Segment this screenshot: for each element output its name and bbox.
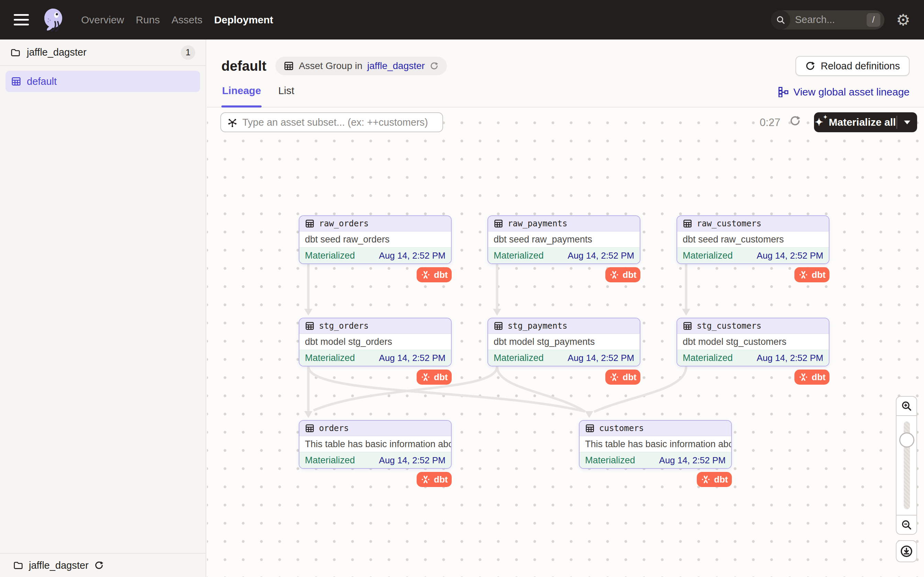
- table-icon: [683, 219, 692, 228]
- top-nav: Overview Runs Assets Deployment / ⚙: [0, 0, 924, 40]
- zoom-out-icon: [901, 519, 912, 530]
- refresh-icon: [805, 61, 816, 71]
- asset-node-raw-orders[interactable]: raw_orders dbt seed raw_orders Materiali…: [299, 215, 452, 264]
- asset-node-stg-payments[interactable]: stg_payments dbt model stg_payments Mate…: [488, 318, 640, 366]
- code-location-label: jaffle_dagster: [29, 560, 89, 571]
- zoom-in-button[interactable]: [896, 396, 917, 416]
- asset-node-customers[interactable]: customers This table has basic informati…: [579, 420, 732, 469]
- dbt-logo-icon: [798, 269, 809, 280]
- sidebar-item-default[interactable]: default: [5, 71, 200, 92]
- materialization-timestamp[interactable]: Aug 14, 2:52 PM: [659, 455, 726, 466]
- refresh-icon[interactable]: [430, 61, 439, 70]
- search-shortcut-badge: /: [867, 13, 880, 27]
- table-icon: [305, 219, 315, 228]
- asset-name: stg_customers: [697, 321, 761, 331]
- table-icon: [305, 424, 315, 433]
- dbt-badge[interactable]: dbt: [605, 369, 640, 385]
- status-badge: Materialized: [305, 455, 355, 466]
- asset-node-stg-customers[interactable]: stg_customers dbt model stg_customers Ma…: [677, 318, 829, 366]
- dbt-logo-icon: [420, 372, 431, 382]
- nav-item-assets[interactable]: Assets: [171, 14, 202, 26]
- page-header: default Asset Group in jaffle_dagster Re…: [207, 40, 924, 81]
- asset-name: stg_payments: [508, 321, 567, 331]
- dbt-badge[interactable]: dbt: [417, 472, 452, 487]
- asset-name: raw_payments: [508, 219, 567, 228]
- nav-item-deployment[interactable]: Deployment: [214, 14, 273, 26]
- zoom-slider-handle[interactable]: [899, 432, 914, 448]
- status-badge: Materialized: [494, 353, 544, 363]
- asset-description: dbt model stg_payments: [488, 334, 640, 350]
- table-icon: [585, 424, 595, 433]
- materialization-timestamp[interactable]: Aug 14, 2:52 PM: [379, 455, 446, 466]
- nav-links: Overview Runs Assets Deployment: [81, 14, 273, 26]
- search-icon: [771, 10, 790, 29]
- materialization-timestamp[interactable]: Aug 14, 2:52 PM: [757, 353, 823, 363]
- asset-description: This table has basic information about .…: [580, 436, 731, 452]
- gear-icon[interactable]: ⚙: [896, 12, 910, 28]
- dbt-logo-icon: [798, 372, 809, 382]
- asset-node-orders[interactable]: orders This table has basic information …: [299, 420, 452, 469]
- status-badge: Materialized: [683, 353, 733, 363]
- asset-description: dbt model stg_customers: [677, 334, 829, 350]
- materialization-timestamp[interactable]: Aug 14, 2:52 PM: [379, 250, 446, 261]
- asset-group-prefix: Asset Group in: [299, 60, 362, 71]
- zoom-out-button[interactable]: [896, 515, 917, 535]
- asset-node-stg-orders[interactable]: stg_orders dbt model stg_orders Material…: [299, 318, 452, 366]
- materialization-timestamp[interactable]: Aug 14, 2:52 PM: [567, 250, 634, 261]
- reload-definitions-button[interactable]: Reload definitions: [795, 56, 909, 76]
- folder-icon: [13, 560, 23, 571]
- tab-list[interactable]: List: [278, 85, 295, 107]
- table-icon: [683, 321, 692, 331]
- table-icon: [284, 61, 294, 71]
- asset-name: customers: [599, 424, 644, 433]
- zoom-controls: [896, 396, 917, 562]
- dbt-badge[interactable]: dbt: [605, 267, 640, 282]
- asset-group-link[interactable]: jaffle_dagster: [367, 60, 425, 71]
- asset-name: stg_orders: [319, 321, 369, 331]
- tab-bar: Lineage List View global asset lineage: [207, 81, 924, 108]
- nav-item-runs[interactable]: Runs: [136, 14, 160, 26]
- table-icon: [494, 219, 503, 228]
- sidebar-footer: jaffle_dagster: [0, 553, 205, 577]
- asset-description: This table has basic information about .…: [299, 436, 451, 452]
- tab-lineage[interactable]: Lineage: [221, 85, 262, 107]
- menu-icon[interactable]: [14, 14, 29, 26]
- table-icon: [494, 321, 503, 331]
- dbt-logo-icon: [609, 372, 619, 382]
- refresh-icon[interactable]: [94, 561, 104, 570]
- dbt-badge[interactable]: dbt: [795, 267, 829, 282]
- status-badge: Materialized: [305, 250, 355, 261]
- dbt-badge[interactable]: dbt: [417, 267, 452, 282]
- zoom-in-icon: [901, 400, 912, 412]
- asset-description: dbt seed raw_customers: [677, 232, 829, 247]
- dagster-logo-icon[interactable]: [43, 8, 65, 32]
- dbt-badge[interactable]: dbt: [417, 369, 452, 385]
- sidebar-group-jaffle-dagster[interactable]: jaffle_dagster 1: [0, 40, 205, 66]
- page-title: default: [221, 58, 267, 74]
- materialization-timestamp[interactable]: Aug 14, 2:52 PM: [567, 353, 634, 363]
- dbt-badge[interactable]: dbt: [795, 369, 829, 385]
- asset-group-icon: [11, 76, 21, 87]
- dbt-badge[interactable]: dbt: [697, 472, 732, 487]
- dagster-app: Overview Runs Assets Deployment / ⚙ jaff…: [0, 0, 924, 577]
- dbt-logo-icon: [609, 269, 619, 280]
- status-badge: Materialized: [585, 455, 635, 466]
- download-graph-button[interactable]: [896, 540, 917, 562]
- view-global-asset-lineage-link[interactable]: View global asset lineage: [778, 86, 909, 107]
- nav-item-overview[interactable]: Overview: [81, 14, 124, 26]
- asset-node-raw-customers[interactable]: raw_customers dbt seed raw_customers Mat…: [677, 215, 829, 264]
- status-badge: Materialized: [683, 250, 733, 261]
- zoom-slider[interactable]: [896, 415, 917, 516]
- lineage-canvas[interactable]: 0:27 ✦ Materialize all: [207, 108, 924, 577]
- materialization-timestamp[interactable]: Aug 14, 2:52 PM: [379, 353, 446, 363]
- main-panel: default Asset Group in jaffle_dagster Re…: [207, 40, 924, 577]
- asset-name: raw_customers: [697, 219, 761, 228]
- asset-description: dbt seed raw_orders: [299, 232, 451, 247]
- materialization-timestamp[interactable]: Aug 14, 2:52 PM: [757, 250, 823, 261]
- search-input[interactable]: [790, 14, 867, 26]
- asset-group-badge: Asset Group in jaffle_dagster: [275, 56, 447, 75]
- asset-description: dbt model stg_orders: [299, 334, 451, 350]
- global-search[interactable]: /: [771, 10, 884, 29]
- asset-node-raw-payments[interactable]: raw_payments dbt seed raw_payments Mater…: [488, 215, 640, 264]
- asset-name: raw_orders: [319, 219, 369, 228]
